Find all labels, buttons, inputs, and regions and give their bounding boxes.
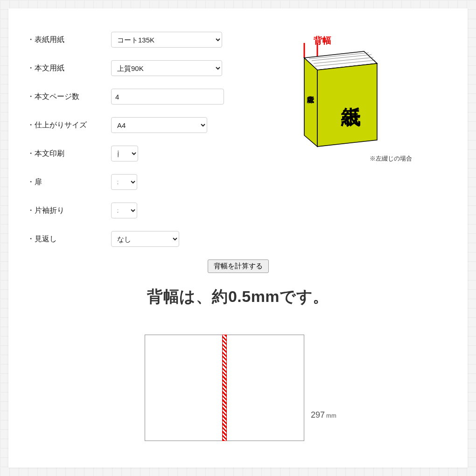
label-page-count: ・本文ページ数 <box>27 92 111 102</box>
label-tobira: ・扉 <box>27 177 111 187</box>
label-mikaeshi: ・見返し <box>27 234 111 244</box>
binding-note: ※左綴じの場合 <box>370 154 412 163</box>
input-page-count[interactable] <box>111 89 224 105</box>
label-finish-size: ・仕上がりサイズ <box>27 120 111 130</box>
svg-marker-7 <box>304 58 317 147</box>
label-katasode: ・片袖折り <box>27 206 111 216</box>
select-cover-paper[interactable]: コート135K <box>111 32 222 48</box>
select-katasode[interactable]: なし <box>111 203 137 218</box>
spread-spine <box>222 335 227 441</box>
select-tobira[interactable]: なし <box>111 174 137 190</box>
select-mikaeshi[interactable]: なし <box>111 231 179 247</box>
result-text: 背幅は、約0.5mmです。 <box>27 286 449 308</box>
select-body-paper[interactable]: 上質90K <box>111 60 222 76</box>
label-body-print: ・本文印刷 <box>27 149 111 159</box>
label-cover-paper: ・表紙用紙 <box>27 35 111 45</box>
spread-front-cover <box>227 335 304 441</box>
spread-back-cover <box>145 335 222 441</box>
label-body-paper: ・本文用紙 <box>27 63 111 73</box>
select-finish-size[interactable]: A4 <box>111 117 207 133</box>
cover-spread-diagram: ここ 210mm 210mm 297mm <box>145 335 331 441</box>
spine-width-label: 背幅 <box>314 35 331 47</box>
select-body-print[interactable]: 両面 <box>111 146 138 161</box>
svg-marker-8 <box>317 63 377 147</box>
book-illustration: 背幅 背表紙 表紙 ※左綴じの場合 <box>286 40 416 154</box>
book-svg: 背表紙 表紙 <box>286 40 388 152</box>
calculate-button[interactable]: 背幅を計算する <box>208 259 269 273</box>
